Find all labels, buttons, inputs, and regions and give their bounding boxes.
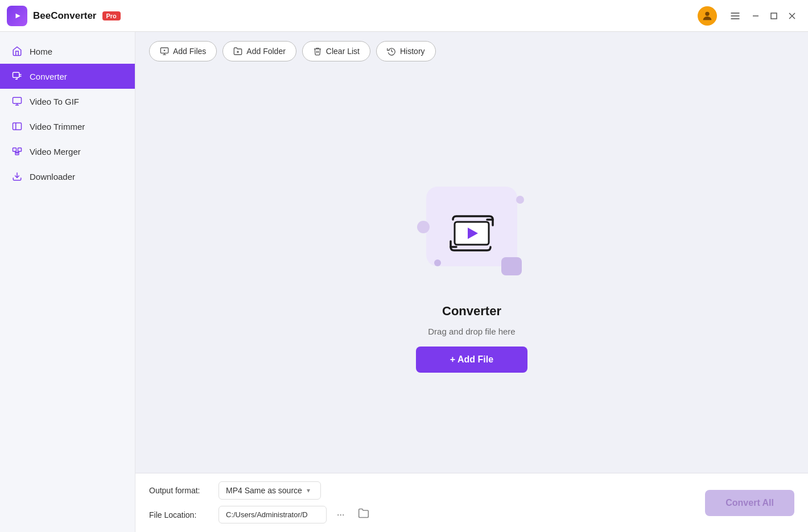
trim-icon	[11, 121, 23, 132]
close-button[interactable]	[783, 7, 801, 25]
svg-rect-10	[13, 97, 22, 104]
output-format-select[interactable]: MP4 Same as source ▾	[219, 481, 321, 500]
pro-badge: Pro	[102, 11, 121, 20]
merge-icon	[11, 146, 23, 157]
output-format-label: Output format:	[149, 486, 212, 495]
drop-icon-container	[409, 171, 534, 296]
menu-icon[interactable]	[726, 7, 744, 25]
drop-zone[interactable]: Converter Drag and drop file here + Add …	[135, 71, 808, 473]
hex-circle2	[516, 196, 524, 204]
sidebar-label-converter: Converter	[30, 72, 67, 81]
video-convert-icon	[446, 213, 497, 254]
output-format-row: Output format: MP4 Same as source ▾	[149, 481, 705, 500]
clear-list-button[interactable]: Clear List	[302, 41, 370, 61]
main-layout: Home Converter Video To GIF Video Trimme…	[0, 32, 808, 532]
file-location-value: C:/Users/Administrator/D	[219, 506, 327, 523]
chevron-down-icon: ▾	[307, 486, 310, 494]
dropzone-subtitle: Drag and drop file here	[428, 327, 515, 336]
add-file-button[interactable]: + Add File	[416, 347, 527, 373]
svg-rect-13	[13, 123, 22, 130]
toolbar: Add Files Add Folder Clear List History	[135, 32, 808, 71]
maximize-button[interactable]	[765, 7, 783, 25]
bottom-bar: Output format: MP4 Same as source ▾ File…	[135, 473, 808, 532]
more-options-button[interactable]: ···	[333, 508, 348, 522]
sidebar-item-converter[interactable]: Converter	[0, 64, 135, 89]
add-files-button[interactable]: Add Files	[149, 41, 217, 61]
titlebar: BeeConverter Pro	[0, 0, 808, 32]
convert-all-button[interactable]: Convert All	[705, 490, 794, 516]
sidebar-item-video-to-gif[interactable]: Video To GIF	[0, 89, 135, 114]
add-folder-button[interactable]: Add Folder	[222, 41, 296, 61]
bottom-right: Convert All	[705, 490, 794, 516]
bottom-fields: Output format: MP4 Same as source ▾ File…	[149, 481, 705, 524]
sidebar-label-video-trimmer: Video Trimmer	[30, 122, 85, 131]
hex-circle3	[434, 259, 441, 266]
app-logo	[7, 6, 27, 26]
sidebar: Home Converter Video To GIF Video Trimme…	[0, 32, 135, 532]
add-files-label: Add Files	[173, 47, 206, 56]
content-area: Add Files Add Folder Clear List History	[135, 32, 808, 532]
sidebar-label-video-to-gif: Video To GIF	[30, 97, 79, 106]
svg-point-1	[705, 11, 709, 15]
sidebar-label-downloader: Downloader	[30, 172, 75, 182]
svg-rect-16	[18, 148, 22, 151]
minimize-button[interactable]	[747, 7, 765, 25]
download-icon	[11, 171, 23, 182]
home-icon	[11, 46, 23, 57]
app-name: BeeConverter	[33, 10, 97, 22]
sidebar-item-downloader[interactable]: Downloader	[0, 164, 135, 189]
svg-marker-0	[16, 13, 20, 18]
user-avatar[interactable]	[698, 6, 717, 26]
dropzone-title: Converter	[442, 304, 501, 319]
sidebar-label-video-merger: Video Merger	[30, 147, 81, 156]
sidebar-label-home: Home	[30, 47, 52, 56]
svg-rect-9	[13, 72, 19, 77]
converter-icon	[11, 71, 23, 82]
hex-circle1	[417, 221, 430, 233]
svg-rect-6	[771, 13, 777, 19]
gif-icon	[11, 96, 23, 107]
clear-list-label: Clear List	[326, 47, 360, 56]
output-format-value: MP4 Same as source	[226, 486, 302, 495]
hex-small	[501, 257, 522, 275]
file-location-label: File Location:	[149, 510, 212, 519]
svg-rect-15	[13, 148, 17, 151]
sidebar-item-video-merger[interactable]: Video Merger	[0, 139, 135, 164]
history-button[interactable]: History	[376, 41, 436, 61]
sidebar-item-home[interactable]: Home	[0, 39, 135, 64]
add-folder-label: Add Folder	[246, 47, 285, 56]
sidebar-item-video-trimmer[interactable]: Video Trimmer	[0, 114, 135, 139]
open-folder-button[interactable]	[354, 505, 373, 524]
file-location-row: File Location: C:/Users/Administrator/D …	[149, 505, 705, 524]
history-label: History	[400, 47, 425, 56]
